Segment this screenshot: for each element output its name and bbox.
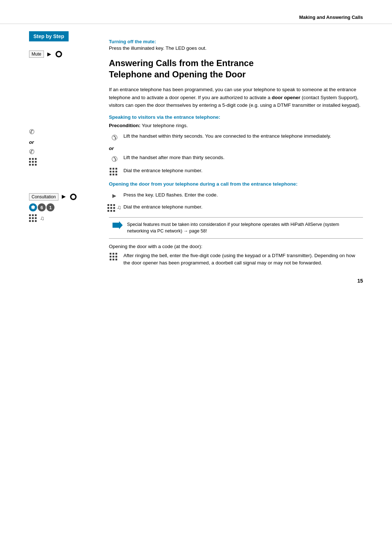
- music-note-icon: ♫: [40, 215, 44, 222]
- opening-keypad-icon: [110, 253, 118, 261]
- consultation-keypad-icon: [107, 204, 115, 212]
- consultation-key: Consultation: [29, 193, 58, 200]
- opening-door-keypad-icon: [109, 252, 120, 261]
- consultation-step2-row: ♫ Dial the entrance telephone number.: [109, 203, 363, 212]
- consultation-led-icon: [70, 194, 77, 200]
- consultation-step1-row: ► Press the key. LED flashes. Enter the …: [109, 191, 363, 200]
- door-heading: Opening the door from your telephone dur…: [109, 181, 363, 188]
- keypad-icon-left: [29, 158, 37, 166]
- keypad-icon-bottom: [29, 214, 37, 222]
- intro-text: If an entrance telephone has been progra…: [109, 86, 363, 109]
- precondition-label: Precondition:: [109, 123, 140, 128]
- opening-door-step: After ringing the bell, enter the five-d…: [109, 252, 363, 267]
- mute-body: Press the illuminated key. The LED goes …: [109, 44, 363, 52]
- step-by-step-label: Step by Step: [29, 31, 69, 41]
- consultation-step2-icon: ♫: [109, 203, 120, 212]
- left-column: Step by Step Mute ► ✆ or ✆ Consultati: [29, 24, 102, 271]
- or-divider: or: [109, 146, 363, 151]
- speaking-heading: Speaking to visitors via the entrance te…: [109, 114, 363, 120]
- consultation-arrow-icon: ►: [61, 193, 67, 200]
- handset-lift-icon: ✆: [29, 128, 34, 136]
- consultation-step1-text: Press the key. LED flashes. Enter the co…: [123, 191, 363, 199]
- opening-door-text: After ringing the bell, enter the five-d…: [123, 252, 363, 267]
- num1-icon: 1: [46, 203, 54, 211]
- consultation-step2-text: Dial the entrance telephone number.: [123, 203, 363, 211]
- precondition-value: Your telephone rings.: [142, 123, 188, 128]
- precondition-line: Precondition: Your telephone rings.: [109, 123, 363, 128]
- step1-icon: ✆: [109, 133, 120, 142]
- music-note-step-icon: ♫: [117, 204, 121, 211]
- page-number: 15: [357, 278, 363, 284]
- step3-icon: [109, 167, 120, 176]
- step-row-1: ✆ Lift the handset within thirty seconds…: [109, 133, 363, 142]
- step2-icon: ✆: [109, 154, 120, 163]
- page-number-row: 15: [0, 271, 392, 291]
- svg-marker-0: [113, 221, 123, 229]
- note-arrow-icon: [113, 221, 123, 231]
- led-icon: [56, 51, 62, 57]
- step2-text: Lift the handset after more than thirty …: [123, 154, 363, 161]
- step1-text: Lift the handset within thirty seconds. …: [123, 133, 363, 140]
- note-box: Special features must be taken into cons…: [109, 217, 363, 239]
- page-header: Making and Answering Calls: [0, 0, 392, 24]
- handset-lift2-icon: ✆: [29, 148, 34, 156]
- step3-keypad-icon: [110, 168, 118, 176]
- step3-text: Dial the entrance telephone number.: [123, 167, 363, 174]
- note-text: Special features must be taken into cons…: [127, 221, 359, 235]
- star-icon: ✽: [29, 203, 37, 211]
- consultation-step1-icon: ►: [109, 191, 120, 200]
- main-heading: Answering Calls from the Entrance Teleph…: [109, 57, 363, 80]
- mute-key-row: Mute ►: [29, 49, 102, 60]
- main-layout: Step by Step Mute ► ✆ or ✆ Consultati: [0, 24, 392, 271]
- code-symbols: ✽ 6 1: [29, 203, 102, 211]
- opening-door-label: Opening the door with a code (at the doo…: [109, 244, 363, 249]
- step-row-2: ✆ Lift the handset after more than thirt…: [109, 154, 363, 163]
- mute-key: Mute: [29, 50, 44, 58]
- consultation-key-row: Consultation ►: [29, 193, 102, 200]
- door-opener-bold: door opener: [272, 95, 301, 100]
- num6-icon: 6: [38, 203, 46, 211]
- or-label-left: or: [29, 139, 102, 145]
- step-row-3: Dial the entrance telephone number.: [109, 167, 363, 176]
- mute-subtitle: Turning off the mute:: [109, 39, 363, 44]
- arrow-right-icon: ►: [46, 50, 53, 58]
- right-column: Turning off the mute: Press the illumina…: [102, 24, 363, 271]
- header-title: Making and Answering Calls: [299, 15, 363, 20]
